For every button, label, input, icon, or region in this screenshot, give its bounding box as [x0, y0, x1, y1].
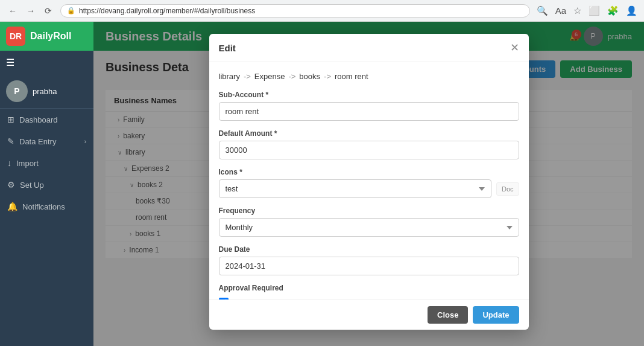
expand-arrow-icon: › [84, 138, 86, 145]
modal-footer: Close Update [209, 300, 529, 330]
sidebar-item-label: Set Up [20, 181, 44, 190]
breadcrumb-library: library [219, 72, 240, 81]
dashboard-icon: ⊞ [7, 115, 14, 124]
breadcrumb-sep: -> [324, 72, 331, 81]
refresh-button[interactable]: ⟳ [41, 5, 55, 17]
sidebar-nav: ⊞ Dashboard ✎ Data Entry › ↓ Import ⚙ Se… [0, 109, 93, 346]
sidebar-item-import[interactable]: ↓ Import [0, 152, 93, 174]
url-text: https://devang.dailyroll.org/member/#/da… [79, 7, 255, 15]
modal-close-button[interactable]: ✕ [510, 41, 519, 54]
address-bar[interactable]: 🔒 https://devang.dailyroll.org/member/#/… [60, 4, 530, 18]
frequency-label: Frequency [219, 207, 519, 215]
icons-field: Icons * test default custom Doc [219, 168, 519, 198]
breadcrumb-sep: -> [244, 72, 251, 81]
sidebar-item-dashboard[interactable]: ⊞ Dashboard [0, 109, 93, 130]
logo-initials: DR [10, 31, 22, 41]
modal-header: Edit ✕ [209, 34, 529, 62]
browser-actions: 🔍 Aa ☆ ⬜ 🧩 👤 [535, 5, 639, 16]
username: prabha [33, 87, 57, 96]
sidebar-item-data-entry[interactable]: ✎ Data Entry › [0, 130, 93, 152]
sub-account-label: Sub-Account * [219, 91, 519, 99]
sidebar-item-label: Dashboard [19, 115, 58, 124]
sidebar-item-label: Import [16, 159, 39, 168]
sidebar: DR DailyRoll ☰ P prabha ⊞ Dashboard ✎ Da… [0, 22, 93, 346]
edit-modal: Edit ✕ library -> Expense -> books -> ro… [209, 34, 529, 330]
notifications-icon: 🔔 [7, 202, 17, 211]
user-section: P prabha [0, 74, 93, 109]
sub-account-input[interactable] [219, 102, 519, 121]
modal-overlay: Edit ✕ library -> Expense -> books -> ro… [93, 22, 644, 346]
sidebar-item-setup[interactable]: ⚙ Set Up [0, 174, 93, 196]
forward-button[interactable]: → [23, 5, 39, 17]
due-date-label: Due Date [219, 245, 519, 254]
avatar: P [6, 80, 28, 102]
approval-required-field: Approval Required [219, 284, 519, 300]
sidebar-item-notifications[interactable]: 🔔 Notifications [0, 196, 93, 217]
app-container: DR DailyRoll ☰ P prabha ⊞ Dashboard ✎ Da… [0, 22, 644, 346]
lock-icon: 🔒 [67, 7, 75, 14]
default-amount-field: Default Amount * [219, 129, 519, 159]
main-content: Business Details 🔔 6 P prabha Business D… [93, 22, 644, 346]
sub-account-field: Sub-Account * [219, 91, 519, 121]
breadcrumb-books: books [299, 72, 320, 81]
tab-icon[interactable]: ⬜ [587, 5, 602, 16]
hamburger-button[interactable]: ☰ [0, 51, 93, 74]
icons-select[interactable]: test default custom [219, 179, 491, 198]
update-button[interactable]: Update [473, 306, 519, 324]
reader-icon[interactable]: Aa [554, 5, 568, 16]
data-entry-icon: ✎ [7, 136, 14, 146]
breadcrumb: library -> Expense -> books -> room rent [219, 72, 519, 81]
frequency-select[interactable]: Monthly Weekly Daily Yearly [219, 218, 519, 237]
bookmark-icon[interactable]: ☆ [572, 5, 583, 16]
back-button[interactable]: ← [5, 5, 21, 17]
profile-icon[interactable]: 👤 [624, 5, 639, 16]
icons-label: Icons * [219, 168, 519, 176]
sidebar-item-label: Data Entry [19, 137, 56, 146]
doc-placeholder: Doc [496, 182, 519, 196]
breadcrumb-sep: -> [288, 72, 295, 81]
breadcrumb-expense: Expense [254, 72, 285, 81]
logo-text: DailyRoll [30, 31, 71, 42]
approval-checkbox-row [219, 295, 519, 300]
default-amount-input[interactable] [219, 141, 519, 159]
due-date-input[interactable] [219, 257, 519, 275]
frequency-field: Frequency Monthly Weekly Daily Yearly [219, 207, 519, 237]
logo-icon: DR [6, 27, 25, 46]
search-icon[interactable]: 🔍 [535, 5, 550, 16]
import-icon: ↓ [7, 158, 11, 168]
avatar-initials: P [14, 86, 19, 96]
extensions-icon[interactable]: 🧩 [605, 5, 620, 16]
sidebar-item-label: Notifications [22, 202, 65, 211]
modal-body: library -> Expense -> books -> room rent… [209, 62, 529, 300]
approval-required-label: Approval Required [219, 284, 519, 292]
modal-title: Edit [219, 43, 236, 53]
due-date-field: Due Date [219, 245, 519, 275]
browser-nav[interactable]: ← → ⟳ [5, 5, 55, 17]
setup-icon: ⚙ [7, 180, 15, 190]
breadcrumb-room-rent: room rent [335, 72, 368, 81]
browser-chrome: ← → ⟳ 🔒 https://devang.dailyroll.org/mem… [0, 0, 644, 22]
close-button[interactable]: Close [428, 306, 468, 324]
sidebar-header: DR DailyRoll [0, 22, 93, 51]
default-amount-label: Default Amount * [219, 129, 519, 138]
